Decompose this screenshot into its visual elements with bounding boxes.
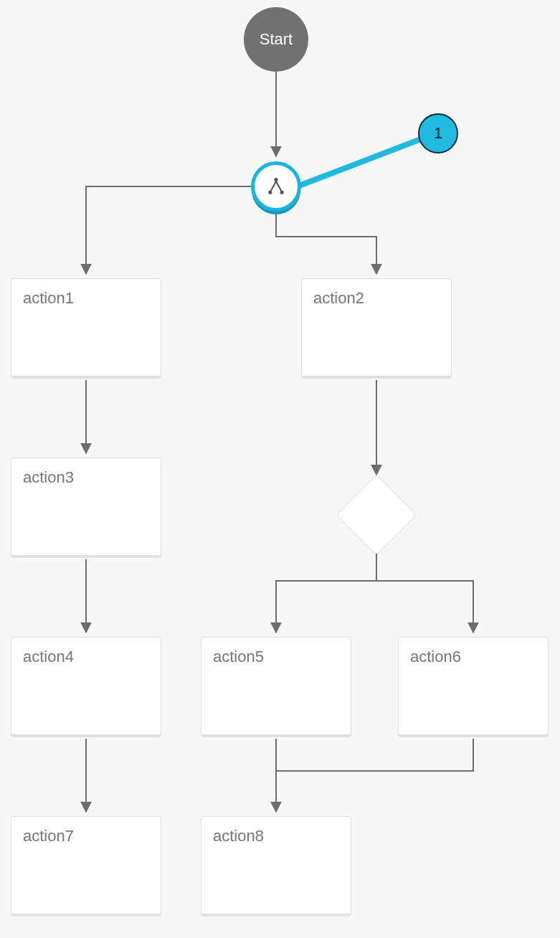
action1-label: action1	[23, 289, 74, 307]
action1-node[interactable]: action1	[11, 278, 161, 379]
action4-label: action4	[23, 648, 74, 665]
start-label: Start	[260, 30, 293, 49]
action8-label: action8	[213, 827, 264, 845]
action5-label: action5	[213, 648, 264, 665]
svg-point-1	[268, 191, 272, 194]
edge-decision-action6	[376, 552, 473, 633]
callout-line	[295, 134, 434, 187]
fork-node[interactable]	[251, 161, 301, 212]
svg-line-3	[271, 181, 276, 191]
action7-label: action7	[23, 827, 74, 845]
action7-node[interactable]: action7	[11, 816, 161, 916]
action2-node[interactable]: action2	[301, 278, 452, 379]
action2-label: action2	[313, 289, 364, 307]
edge-fork-action2	[276, 214, 376, 274]
action6-label: action6	[410, 648, 461, 665]
edge-fork-action1	[86, 186, 251, 274]
callout-badge-1: 1	[418, 113, 458, 153]
svg-point-2	[280, 191, 284, 194]
svg-line-4	[276, 181, 281, 191]
action3-node[interactable]: action3	[11, 458, 161, 558]
fork-icon	[266, 176, 286, 196]
edge-decision-action5	[276, 552, 376, 633]
start-node[interactable]: Start	[244, 7, 308, 72]
svg-point-0	[274, 178, 277, 181]
action8-node[interactable]: action8	[201, 816, 351, 916]
action6-node[interactable]: action6	[398, 637, 549, 737]
action4-node[interactable]: action4	[11, 637, 161, 737]
action5-node[interactable]: action5	[201, 637, 351, 737]
action3-label: action3	[23, 468, 74, 486]
callout-label: 1	[434, 124, 442, 143]
edge-action6-action8	[276, 739, 473, 771]
